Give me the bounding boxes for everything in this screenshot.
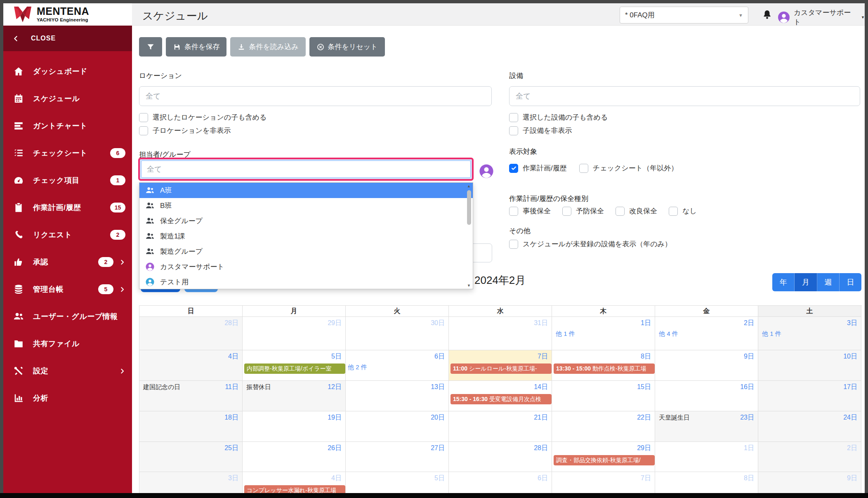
more-events-link[interactable]: 他 1 件 (554, 330, 655, 338)
calendar-date-link[interactable]: 6日 (434, 352, 445, 361)
calendar-date-link[interactable]: 5日 (434, 474, 445, 483)
calendar-date-link[interactable]: 28日 (224, 319, 238, 328)
maintenance-type-checkbox[interactable]: 予防保全 (562, 206, 604, 216)
more-events-link[interactable]: 他 2 件 (347, 363, 448, 371)
location-hide-children-checkbox[interactable]: 子ロケーションを非表示 (139, 126, 231, 135)
view-button[interactable]: 週 (817, 273, 840, 291)
calendar-event[interactable]: 15:30 - 16:30 受変電設備月次点検 (451, 394, 552, 404)
calendar-date-link[interactable]: 19日 (328, 413, 342, 422)
calendar-date-link[interactable]: 6日 (538, 474, 548, 483)
calendar-date-link[interactable]: 28日 (534, 444, 548, 453)
calendar-date-link[interactable]: 9日 (847, 474, 857, 483)
sidebar-item[interactable]: 設定 (3, 357, 132, 385)
sidebar-item[interactable]: 管理台帳5 (3, 276, 132, 303)
calendar-date-link[interactable]: 15日 (637, 383, 651, 392)
sidebar-item[interactable]: 共有ファイル (3, 330, 132, 357)
calendar-date-link[interactable]: 11日 (225, 383, 238, 392)
maintenance-type-checkbox[interactable]: 改良保全 (616, 206, 657, 216)
calendar-date-link[interactable]: 12日 (328, 383, 342, 392)
sidebar-item[interactable]: チェックシート6 (3, 139, 132, 167)
sidebar-item[interactable]: ユーザー・グループ情報 (3, 303, 132, 330)
assignee-input[interactable] (141, 160, 471, 178)
sidebar-item[interactable]: チェック項目1 (3, 167, 132, 194)
reset-conditions-button[interactable]: 条件をリセット (309, 37, 385, 57)
calendar-date-link[interactable]: 29日 (637, 444, 651, 453)
location-input[interactable] (139, 86, 492, 106)
equipment-input[interactable] (509, 86, 860, 106)
calendar-date-link[interactable]: 10日 (843, 352, 857, 361)
more-events-link[interactable]: 他 1 件 (760, 330, 861, 338)
assignee-option[interactable]: B班 (139, 198, 473, 213)
calendar-date-link[interactable]: 4日 (228, 352, 238, 361)
workspace-select[interactable]: * 0FAQ用 ▼ (620, 7, 748, 24)
calendar-date-link[interactable]: 9日 (744, 352, 754, 361)
calendar-event[interactable]: 13:30 - 15:00 動作点検-秋葉原工場 (554, 363, 655, 374)
scrollbar-thumb[interactable] (467, 190, 471, 225)
calendar-date-link[interactable]: 31日 (534, 319, 548, 328)
calendar-date-link[interactable]: 16日 (740, 383, 754, 392)
calendar-date-link[interactable]: 14日 (534, 383, 548, 392)
calendar-event[interactable]: 内部調整-秋葉原工場/ボイラー室 (244, 363, 345, 374)
maintenance-type-checkbox[interactable]: なし (669, 206, 697, 216)
sidebar-item[interactable]: リクエスト2 (3, 221, 132, 248)
load-conditions-button[interactable]: 条件を読み込み (230, 37, 305, 57)
calendar-date-link[interactable]: 1日 (744, 444, 754, 453)
sidebar-item[interactable]: 承認2 (3, 248, 132, 276)
view-button[interactable]: 日 (840, 273, 861, 291)
view-button[interactable]: 月 (795, 273, 817, 291)
calendar-date-link[interactable]: 27日 (431, 444, 445, 453)
assignee-option[interactable]: テスト用 (139, 274, 473, 289)
calendar-date-link[interactable]: 21日 (534, 413, 548, 422)
assignee-option[interactable]: 保全グループ (139, 213, 473, 229)
logo[interactable]: MENTENA YACHIYO Engineering (3, 3, 132, 26)
calendar-date-link[interactable]: 22日 (637, 413, 651, 422)
more-events-link[interactable]: 他 4 件 (657, 330, 758, 338)
calendar-date-link[interactable]: 2日 (744, 319, 754, 328)
calendar-date-link[interactable]: 13日 (431, 383, 445, 392)
calendar-date-link[interactable]: 8日 (744, 474, 754, 483)
calendar-date-link[interactable]: 24日 (843, 413, 857, 422)
calendar-date-link[interactable]: 3日 (228, 474, 238, 483)
calendar-event[interactable]: 11:00 シールロール-秋葉原工場- (451, 363, 552, 374)
view-button[interactable]: 年 (772, 273, 795, 291)
assignee-option[interactable]: カスタマーサポート (139, 259, 473, 274)
equipment-include-children-checkbox[interactable]: 選択した設備の子も含める (509, 113, 608, 122)
calendar-date-link[interactable]: 18日 (224, 413, 238, 422)
calendar-date-link[interactable]: 3日 (847, 319, 857, 328)
display-target-checkbox[interactable]: 作業計画/履歴 (509, 163, 567, 173)
sidebar-item[interactable]: 作業計画/履歴15 (3, 194, 132, 221)
notifications-bell-icon[interactable] (762, 9, 773, 20)
calendar-date-link[interactable]: 2日 (847, 444, 857, 453)
other-filter-checkbox[interactable]: スケジュールが未登録の設備を表示（年のみ） (509, 239, 672, 249)
assignee-option[interactable]: 製造1課 (139, 229, 473, 244)
calendar-date-link[interactable]: 7日 (538, 352, 548, 361)
sidebar-item[interactable]: 分析 (3, 385, 132, 412)
calendar-date-link[interactable]: 1日 (641, 319, 651, 328)
dropdown-scrollbar[interactable]: ▲▼ (466, 184, 472, 288)
calendar-date-link[interactable]: 7日 (641, 474, 651, 483)
calendar-date-link[interactable]: 30日 (431, 319, 445, 328)
calendar-date-link[interactable]: 26日 (328, 444, 342, 453)
maintenance-type-checkbox[interactable]: 事後保全 (509, 206, 551, 216)
calendar-event[interactable]: 調査・部品交換依頼-秋葉原工場/ (554, 455, 655, 465)
equipment-hide-children-checkbox[interactable]: 子設備を非表示 (509, 126, 572, 135)
filter-toggle-button[interactable] (139, 37, 162, 57)
sidebar-item[interactable]: ダッシュボード (3, 58, 132, 85)
save-conditions-button[interactable]: 条件を保存 (166, 37, 226, 57)
location-include-children-checkbox[interactable]: 選択したロケーションの子も含める (139, 113, 267, 122)
assignee-option[interactable]: A班 (139, 183, 473, 198)
calendar-date-link[interactable]: 25日 (224, 444, 238, 453)
calendar-date-link[interactable]: 23日 (740, 413, 754, 422)
scroll-up-icon[interactable]: ▲ (467, 184, 471, 189)
calendar-date-link[interactable]: 5日 (331, 352, 342, 361)
calendar-date-link[interactable]: 17日 (843, 383, 857, 392)
calendar-date-link[interactable]: 20日 (431, 413, 445, 422)
calendar-event[interactable]: コンプレッサー水漏れ-秋葉原工場 (244, 485, 345, 493)
sidebar-item[interactable]: ガントチャート (3, 112, 132, 139)
scroll-down-icon[interactable]: ▼ (467, 283, 471, 288)
sidebar-close-button[interactable]: CLOSE (3, 26, 132, 51)
user-menu[interactable]: カスタマーサポート ▼ (777, 8, 865, 27)
display-target-checkbox[interactable]: チェックシート（年以外） (579, 163, 678, 173)
calendar-date-link[interactable]: 4日 (331, 474, 342, 483)
sidebar-item[interactable]: スケジュール (3, 85, 132, 112)
